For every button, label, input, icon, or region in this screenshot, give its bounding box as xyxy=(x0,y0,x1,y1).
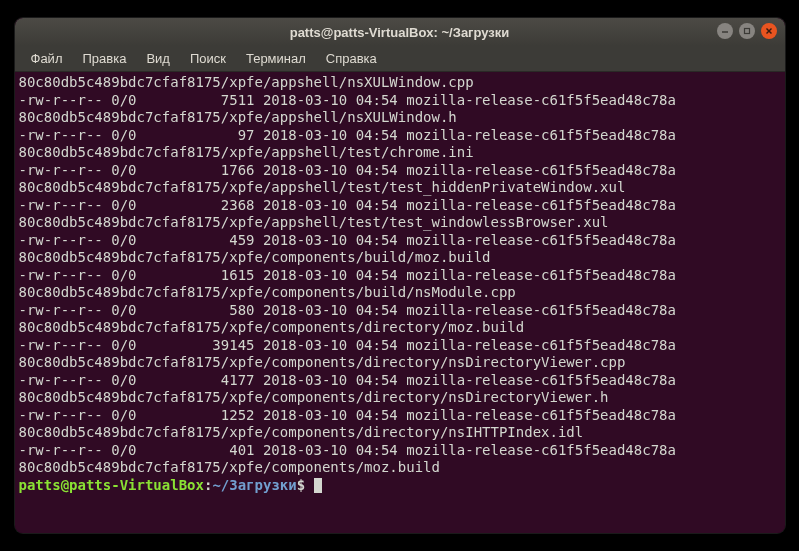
terminal-output[interactable]: 80c80db5c489bdc7cfaf8175/xpfe/appshell/n… xyxy=(15,72,785,533)
svg-rect-1 xyxy=(744,29,749,34)
menu-edit[interactable]: Правка xyxy=(74,48,134,69)
minimize-button[interactable] xyxy=(717,23,733,39)
window-controls xyxy=(717,23,777,39)
menubar: Файл Правка Вид Поиск Терминал Справка xyxy=(15,46,785,72)
menu-terminal[interactable]: Терминал xyxy=(238,48,314,69)
menu-search[interactable]: Поиск xyxy=(182,48,234,69)
terminal-window: patts@patts-VirtualBox: ~/Загрузки Файл … xyxy=(15,18,785,533)
menu-help[interactable]: Справка xyxy=(318,48,385,69)
close-button[interactable] xyxy=(761,23,777,39)
window-title: patts@patts-VirtualBox: ~/Загрузки xyxy=(290,25,510,40)
cursor xyxy=(314,478,322,493)
titlebar[interactable]: patts@patts-VirtualBox: ~/Загрузки xyxy=(15,18,785,46)
menu-file[interactable]: Файл xyxy=(23,48,71,69)
menu-view[interactable]: Вид xyxy=(138,48,178,69)
maximize-button[interactable] xyxy=(739,23,755,39)
